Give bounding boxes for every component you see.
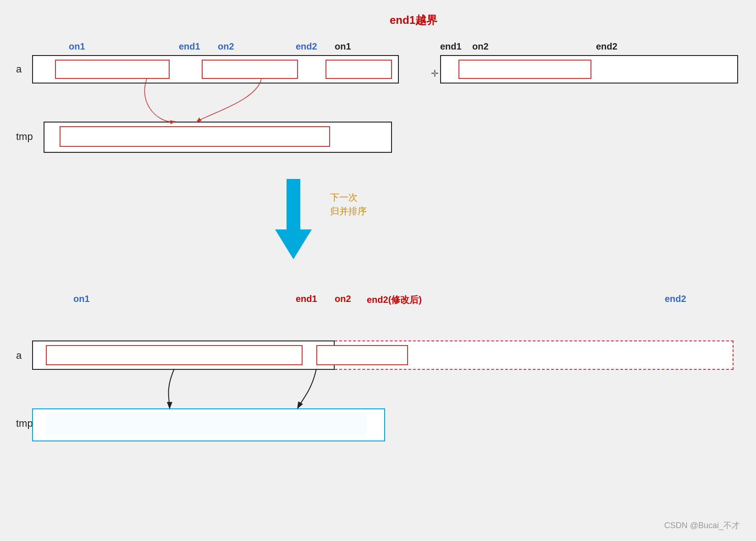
watermark: CSDN @Bucai_不才 <box>664 520 740 531</box>
bottom-label-end2: end2 <box>665 294 686 304</box>
bottom-label-end1: end1 <box>296 294 317 304</box>
label-end2-second: end2 <box>596 41 618 52</box>
array-tmp-label-top: tmp <box>16 131 33 143</box>
array-a-label-bottom: a <box>16 350 22 362</box>
arrow-down-blue <box>266 179 321 262</box>
bottom-label-end2-modified: end2(修改后) <box>367 294 422 306</box>
arrows-bottom <box>28 340 394 422</box>
next-merge-line2: 归并排序 <box>330 204 367 218</box>
a-top-box-4 <box>458 60 591 79</box>
next-merge-line1: 下一次 <box>330 190 367 204</box>
arrows-a-to-tmp <box>32 50 399 156</box>
cross-symbol: ✛ <box>431 68 439 79</box>
array-a-label-top: a <box>16 63 22 75</box>
label-end1-second: end1 <box>440 41 462 52</box>
svg-marker-0 <box>275 179 312 259</box>
bottom-label-on2: on2 <box>335 294 351 304</box>
diagram-container: end1越界 on1 end1 on2 end2 on1 end1 on2 en… <box>0 0 756 541</box>
end1-boundary-label: end1越界 <box>390 13 437 28</box>
next-merge-text: 下一次 归并排序 <box>330 190 367 218</box>
label-on2-second: on2 <box>472 41 489 52</box>
bottom-label-on1: on1 <box>73 294 90 304</box>
